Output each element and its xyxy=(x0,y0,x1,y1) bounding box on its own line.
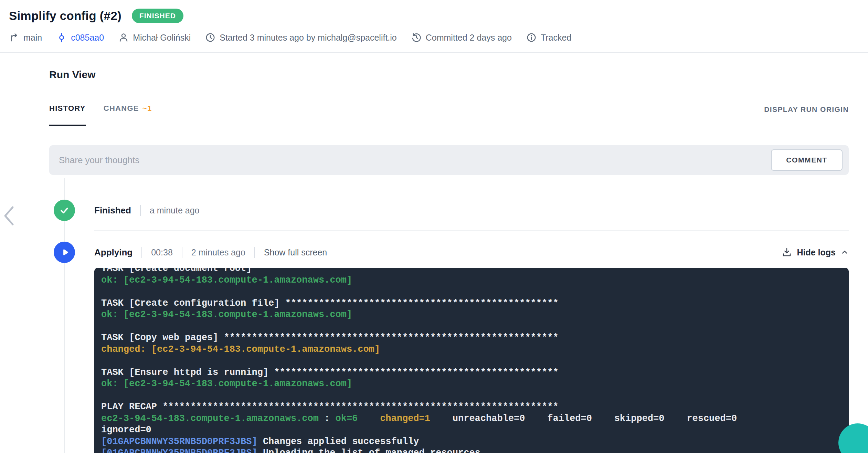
divider xyxy=(140,205,141,216)
finished-status-circle xyxy=(54,200,75,221)
show-full-screen-link[interactable]: Show full screen xyxy=(264,247,327,257)
info-icon xyxy=(526,32,537,43)
git-commit-icon xyxy=(56,32,67,43)
tab-history[interactable]: HISTORY xyxy=(49,104,86,126)
run-meta-row: main c085aa0 Michał Goliński Started 3 m… xyxy=(9,30,868,45)
clock-icon xyxy=(205,32,215,43)
tabs: HISTORY CHANGE~1 xyxy=(49,104,152,126)
committed-text: Committed 2 days ago xyxy=(426,33,512,43)
status-badge: FINISHED xyxy=(132,9,183,23)
hide-logs-button[interactable]: Hide logs xyxy=(782,247,849,257)
started-meta: Started 3 minutes ago by michalg@spaceli… xyxy=(205,32,397,43)
tabs-row: HISTORY CHANGE~1 DISPLAY RUN ORIGIN xyxy=(49,104,849,126)
author-meta: Michał Goliński xyxy=(118,32,191,43)
run-header: Simplify config (#2) FINISHED main c085a… xyxy=(0,0,868,45)
timeline-row-divider xyxy=(94,230,849,231)
page-title: Simplify config (#2) xyxy=(9,9,121,23)
branch-name: main xyxy=(23,33,42,43)
applying-time: 2 minutes ago xyxy=(191,247,245,257)
comment-button[interactable]: COMMENT xyxy=(771,149,843,171)
divider xyxy=(182,247,182,258)
finished-label: Finished xyxy=(94,205,131,216)
header-divider xyxy=(0,52,868,53)
chevron-up-icon xyxy=(840,248,849,256)
check-icon xyxy=(59,205,70,215)
timeline-applying-row: Applying 00:38 2 minutes ago Show full s… xyxy=(49,242,849,263)
display-run-origin-button[interactable]: DISPLAY RUN ORIGIN xyxy=(764,105,849,126)
run-view-title: Run View xyxy=(49,69,849,81)
tab-change-delta: ~1 xyxy=(142,104,152,113)
applying-status-circle xyxy=(54,242,75,263)
log-terminal-content: TASK [Create document root] ************… xyxy=(101,268,849,453)
history-icon xyxy=(411,32,422,43)
applying-label: Applying xyxy=(94,247,133,258)
timeline-finished-row: Finished a minute ago xyxy=(49,200,849,221)
play-icon xyxy=(61,248,70,257)
applying-duration: 00:38 xyxy=(151,247,173,257)
chevron-left-icon[interactable] xyxy=(2,205,15,226)
committed-meta: Committed 2 days ago xyxy=(411,32,512,43)
divider xyxy=(254,247,255,258)
title-row: Simplify config (#2) FINISHED xyxy=(9,6,868,26)
divider xyxy=(141,247,142,258)
tracked-text: Tracked xyxy=(541,33,571,43)
started-text: Started 3 minutes ago by michalg@spaceli… xyxy=(220,33,397,43)
finished-time: a minute ago xyxy=(150,206,200,215)
tab-change-label: CHANGE xyxy=(104,104,139,113)
commit-link[interactable]: c085aa0 xyxy=(56,32,104,43)
run-page: Simplify config (#2) FINISHED main c085a… xyxy=(0,0,868,453)
tracked-meta: Tracked xyxy=(526,32,571,43)
hide-logs-label: Hide logs xyxy=(797,247,836,257)
comment-box: COMMENT xyxy=(49,145,849,175)
branch-meta: main xyxy=(9,32,42,43)
person-icon xyxy=(118,32,129,43)
author-name: Michał Goliński xyxy=(133,33,191,43)
log-terminal[interactable]: TASK [Create document root] ************… xyxy=(94,268,849,453)
download-icon xyxy=(782,247,792,257)
commit-sha: c085aa0 xyxy=(71,33,104,43)
git-branch-icon xyxy=(9,32,19,43)
comment-input[interactable] xyxy=(49,145,849,175)
tab-change[interactable]: CHANGE~1 xyxy=(104,104,152,126)
run-view-panel: Run View HISTORY CHANGE~1 DISPLAY RUN OR… xyxy=(0,69,868,453)
